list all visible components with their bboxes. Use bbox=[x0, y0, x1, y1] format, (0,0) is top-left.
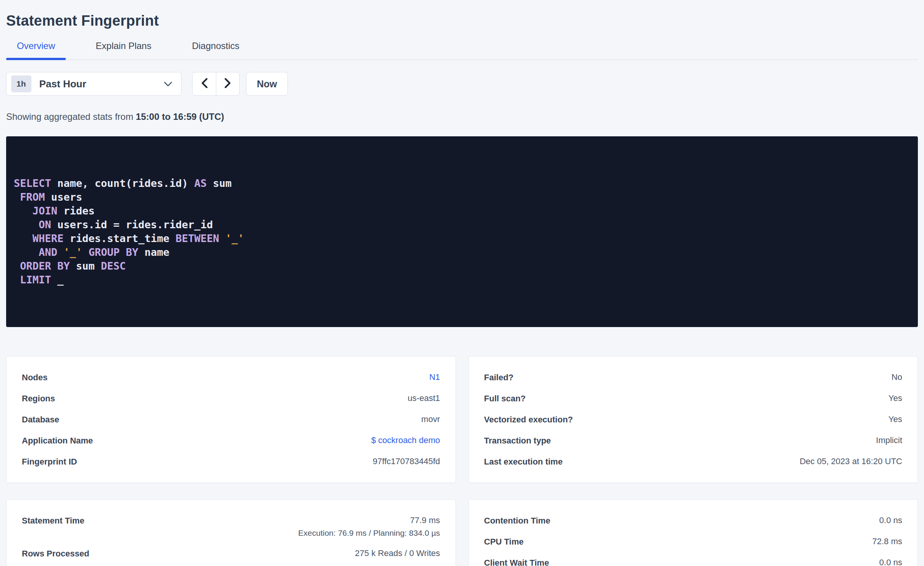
table-row: Client Wait Time 0.0 ns bbox=[484, 552, 903, 566]
transaction-type-value: Implicit bbox=[876, 435, 902, 445]
nodes-link[interactable]: N1 bbox=[429, 372, 440, 382]
time-range-dropdown[interactable]: 1h Past Hour bbox=[6, 72, 181, 96]
row-label-client-wait-time: Client Wait Time bbox=[484, 558, 549, 566]
row-label-last-execution-time: Last execution time bbox=[484, 456, 563, 467]
time-pager bbox=[192, 72, 240, 96]
table-row: Regions us-east1 bbox=[22, 388, 440, 409]
overview-card: Nodes N1 Regions us-east1 Database movr … bbox=[6, 356, 456, 483]
row-label-statement-time: Statement Time bbox=[22, 515, 84, 526]
summary-cards: Nodes N1 Regions us-east1 Database movr … bbox=[6, 356, 918, 566]
time-range-label: Past Hour bbox=[39, 78, 87, 90]
sql-line: JOIN rides bbox=[14, 204, 910, 218]
stats-note-prefix: Showing aggregated stats from bbox=[6, 111, 136, 122]
row-label-application-name: Application Name bbox=[22, 435, 93, 446]
execution-stats-card: Statement Time 77.9 ms Execution: 76.9 m… bbox=[6, 499, 456, 566]
next-range-button[interactable] bbox=[216, 72, 239, 95]
row-label-full-scan: Full scan? bbox=[484, 393, 526, 404]
full-scan-value: Yes bbox=[888, 393, 902, 403]
vectorized-value: Yes bbox=[888, 414, 902, 424]
stats-note-range: 15:00 to 16:59 (UTC) bbox=[136, 111, 224, 122]
sql-line: ON users.id = rides.rider_id bbox=[14, 218, 910, 232]
previous-range-button[interactable] bbox=[193, 72, 216, 95]
regions-value: us-east1 bbox=[408, 393, 440, 403]
table-row: Full scan? Yes bbox=[484, 388, 903, 409]
row-label-cpu-time: CPU Time bbox=[484, 537, 524, 547]
sql-line: FROM users bbox=[14, 190, 910, 204]
cpu-time-value: 72.8 ms bbox=[872, 537, 902, 546]
row-label-rows-processed: Rows Processed bbox=[22, 548, 89, 559]
table-row: CPU Time 72.8 ms bbox=[484, 531, 903, 552]
row-label-vectorized: Vectorized execution? bbox=[484, 414, 573, 425]
statement-fingerprint-page: Statement Fingerprint Overview Explain P… bbox=[0, 0, 924, 566]
row-label-transaction-type: Transaction type bbox=[484, 435, 551, 446]
sql-statement-box: SELECT name, count(rides.id) AS sum FROM… bbox=[6, 136, 918, 327]
row-label-contention-time: Contention Time bbox=[484, 515, 550, 526]
table-row: Statement Time 77.9 ms Execution: 76.9 m… bbox=[22, 510, 440, 543]
table-row: Vectorized execution? Yes bbox=[484, 409, 903, 430]
chevron-down-icon bbox=[163, 81, 173, 87]
table-row: Application Name $ cockroach demo bbox=[22, 430, 440, 451]
last-execution-time-value: Dec 05, 2023 at 16:20 UTC bbox=[800, 456, 902, 466]
row-label-fingerprint-id: Fingerprint ID bbox=[22, 456, 77, 467]
statement-time-value: 77.9 ms bbox=[410, 515, 440, 525]
interval-badge: 1h bbox=[11, 75, 31, 92]
statement-time-breakdown: Execution: 76.9 ms / Planning: 834.0 µs bbox=[298, 528, 440, 538]
tab-explain-plans[interactable]: Explain Plans bbox=[85, 41, 162, 59]
row-label-database: Database bbox=[22, 414, 59, 425]
row-label-nodes: Nodes bbox=[22, 372, 47, 383]
now-button[interactable]: Now bbox=[246, 72, 288, 96]
chevron-right-icon bbox=[224, 77, 232, 90]
chevron-left-icon bbox=[201, 77, 208, 90]
application-name-link[interactable]: $ cockroach demo bbox=[371, 435, 440, 445]
tab-diagnostics[interactable]: Diagnostics bbox=[181, 41, 250, 59]
row-label-regions: Regions bbox=[22, 393, 55, 404]
table-row: Transaction type Implicit bbox=[484, 430, 903, 451]
client-wait-time-value: 0.0 ns bbox=[879, 558, 902, 566]
statement-time-values: 77.9 ms Execution: 76.9 ms / Planning: 8… bbox=[298, 515, 440, 538]
table-row: Database movr bbox=[22, 409, 440, 430]
time-controls: 1h Past Hour bbox=[6, 72, 918, 96]
sql-code: SELECT name, count(rides.id) AS sum FROM… bbox=[14, 177, 910, 287]
sql-line: ORDER BY sum DESC bbox=[14, 259, 910, 273]
tab-bar: Overview Explain Plans Diagnostics bbox=[6, 41, 918, 60]
table-row: Nodes N1 bbox=[22, 367, 440, 388]
page-title: Statement Fingerprint bbox=[6, 0, 918, 29]
fingerprint-id-value: 97ffc170783445fd bbox=[373, 456, 440, 466]
rows-processed-value: 275 k Reads / 0 Writes bbox=[355, 548, 440, 558]
table-row: Contention Time 0.0 ns bbox=[484, 510, 903, 531]
database-value: movr bbox=[421, 414, 440, 424]
table-row: Failed? No bbox=[484, 367, 903, 388]
sql-line: AND '_' GROUP BY name bbox=[14, 245, 910, 259]
row-label-failed: Failed? bbox=[484, 372, 514, 383]
failed-value: No bbox=[891, 372, 902, 382]
tab-overview[interactable]: Overview bbox=[6, 41, 66, 59]
table-row: Last execution time Dec 05, 2023 at 16:2… bbox=[484, 451, 903, 472]
aggregated-stats-note: Showing aggregated stats from 15:00 to 1… bbox=[6, 111, 918, 122]
sql-line: LIMIT _ bbox=[14, 273, 910, 287]
attributes-card: Failed? No Full scan? Yes Vectorized exe… bbox=[469, 356, 918, 483]
sql-line: WHERE rides.start_time BETWEEN '_' bbox=[14, 232, 910, 245]
table-row: Execution Retries 0 bbox=[22, 564, 440, 566]
latency-card: Contention Time 0.0 ns CPU Time 72.8 ms … bbox=[469, 499, 918, 566]
sql-line: SELECT name, count(rides.id) AS sum bbox=[14, 177, 910, 190]
table-row: Fingerprint ID 97ffc170783445fd bbox=[22, 451, 440, 472]
contention-time-value: 0.0 ns bbox=[879, 515, 902, 525]
table-row: Rows Processed 275 k Reads / 0 Writes bbox=[22, 543, 440, 564]
